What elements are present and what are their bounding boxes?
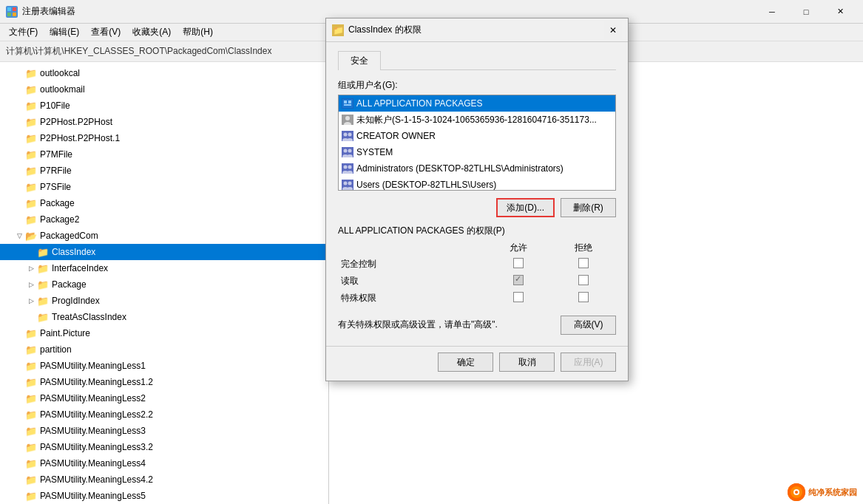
user-icon-admin: [342, 163, 353, 174]
dialog-folder-icon: 📁: [332, 24, 344, 36]
user-icon-unknown: [342, 114, 353, 126]
permissions-dialog: 📁 ClassIndex 的权限 ✕ 安全 组或用户名(G):: [325, 18, 629, 381]
svg-rect-6: [344, 101, 347, 103]
perms-section-label: ALL APPLICATION PACKAGES 的权限(P): [338, 225, 616, 237]
svg-point-29: [348, 182, 352, 185]
perm-row-read: 读取: [338, 273, 616, 290]
perm-row-special: 特殊权限: [338, 290, 616, 307]
perm-deny-read[interactable]: [551, 273, 616, 290]
dialog-content: 安全 组或用户名(G):: [326, 42, 628, 346]
perm-allow-read[interactable]: [486, 273, 551, 290]
svg-point-23: [344, 166, 348, 169]
group-label: 组或用户名(G):: [338, 79, 616, 92]
user-button-row: 添加(D)... 删除(R): [338, 198, 616, 217]
perm-allow-full[interactable]: [486, 256, 551, 273]
user-icon-all-app: [342, 98, 353, 109]
checkbox-special-allow[interactable]: [513, 292, 524, 302]
user-item-unknown[interactable]: 未知帐户(S-1-15-3-1024-1065365936-1281604716…: [339, 112, 615, 128]
checkbox-full-allow[interactable]: [513, 258, 524, 268]
user-item-label: Users (DESKTOP-82TLHLS\Users): [356, 180, 496, 190]
svg-point-14: [348, 133, 352, 137]
perms-col-deny: 拒绝: [551, 240, 616, 256]
perm-label-read: 读取: [338, 273, 486, 290]
user-item-label: SYSTEM: [356, 147, 393, 157]
main-window: 注册表编辑器 ─ □ ✕ 文件(F) 编辑(E) 查看(V) 收藏夹(A) 帮助…: [0, 0, 863, 504]
user-icon-system: [342, 146, 353, 158]
svg-rect-7: [348, 101, 351, 103]
note-row: 有关特殊权限或高级设置，请单击"高级". 高级(V): [338, 313, 616, 337]
perm-deny-special[interactable]: [551, 290, 616, 307]
svg-rect-8: [344, 104, 351, 106]
tab-bar: 安全: [338, 51, 616, 70]
user-item-label: ALL APPLICATION PACKAGES: [356, 98, 483, 109]
dialog-title: ClassIndex 的权限: [348, 24, 422, 36]
svg-point-19: [348, 149, 352, 153]
ok-button[interactable]: 确定: [438, 353, 493, 372]
perm-row-full: 完全控制: [338, 256, 616, 273]
svg-point-24: [348, 166, 352, 169]
perm-label-special: 特殊权限: [338, 290, 486, 307]
add-button[interactable]: 添加(D)...: [496, 198, 555, 217]
perm-deny-full[interactable]: [551, 256, 616, 273]
dialog-title-bar: 📁 ClassIndex 的权限 ✕: [326, 18, 628, 42]
svg-point-10: [345, 116, 350, 120]
perm-label-full: 完全控制: [338, 256, 486, 273]
remove-button[interactable]: 删除(R): [561, 198, 616, 217]
dialog-close-button[interactable]: ✕: [604, 21, 622, 39]
user-item-label: Administrators (DESKTOP-82TLHLS\Administ…: [356, 163, 564, 174]
svg-point-13: [344, 133, 348, 137]
checkbox-full-deny[interactable]: [578, 258, 589, 268]
perm-allow-special[interactable]: [486, 290, 551, 307]
advanced-button[interactable]: 高级(V): [561, 316, 616, 335]
perms-col-allow: 允许: [486, 240, 551, 256]
user-item-all-app-packages[interactable]: ALL APPLICATION PACKAGES: [339, 95, 615, 112]
dialog-title-left: 📁 ClassIndex 的权限: [332, 24, 422, 36]
apply-button[interactable]: 应用(A): [561, 353, 616, 372]
user-item-administrators[interactable]: Administrators (DESKTOP-82TLHLS\Administ…: [339, 160, 615, 177]
user-list[interactable]: ALL APPLICATION PACKAGES 未知帐户(S-1-15-3-1…: [338, 95, 616, 191]
note-text: 有关特殊权限或高级设置，请单击"高级".: [338, 319, 498, 331]
svg-point-28: [344, 182, 348, 185]
checkbox-special-deny[interactable]: [578, 292, 589, 302]
dialog-footer: 确定 取消 应用(A): [326, 346, 628, 381]
permissions-table: 允许 拒绝 完全控制: [338, 240, 616, 307]
user-icon-users: [342, 179, 353, 191]
tab-security[interactable]: 安全: [338, 51, 381, 70]
user-icon-creator: [342, 130, 353, 142]
checkbox-read-allow[interactable]: [513, 275, 524, 285]
svg-point-18: [344, 149, 348, 153]
cancel-button[interactable]: 取消: [499, 353, 555, 372]
user-item-system[interactable]: SYSTEM: [339, 144, 615, 160]
user-item-creator-owner[interactable]: CREATOR OWNER: [339, 128, 615, 144]
user-item-users[interactable]: Users (DESKTOP-82TLHLS\Users): [339, 177, 615, 191]
dialog-overlay: 📁 ClassIndex 的权限 ✕ 安全 组或用户名(G):: [0, 0, 863, 504]
checkbox-read-deny[interactable]: [578, 275, 589, 285]
user-item-label: 未知帐户(S-1-15-3-1024-1065365936-1281604716…: [356, 114, 597, 126]
perms-col-name: [338, 240, 486, 256]
user-item-label: CREATOR OWNER: [356, 131, 436, 141]
